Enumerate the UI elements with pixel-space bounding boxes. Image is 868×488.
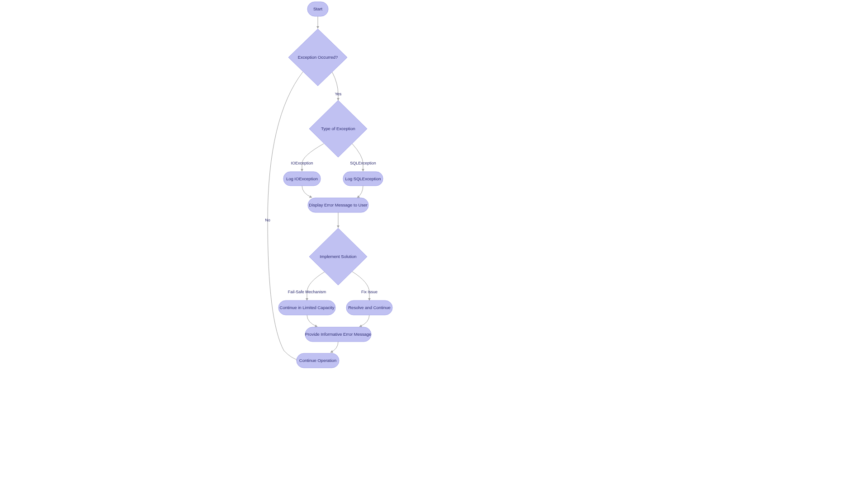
node-exception: Exception Occurred? xyxy=(288,29,347,86)
edge-limited-informative xyxy=(307,315,317,327)
edge-implement-limited xyxy=(307,272,325,300)
flowchart-diagram: Yes No IOException SQLException Fail-Saf… xyxy=(0,0,868,488)
node-display: Display Error Message to User xyxy=(308,198,368,212)
node-display-label: Display Error Message to User xyxy=(309,202,367,207)
node-informative-label: Provide Informative Error Message xyxy=(305,332,372,337)
edge-type-io xyxy=(302,144,324,171)
edge-exception-continue xyxy=(268,72,303,360)
edge-label-no: No xyxy=(265,218,270,222)
node-start-label: Start xyxy=(313,6,322,11)
edge-logsql-display xyxy=(357,186,363,198)
node-exception-label: Exception Occurred? xyxy=(298,55,338,60)
node-implement-label: Implement Solution xyxy=(320,254,356,259)
edge-label-fix: Fix Issue xyxy=(361,290,377,294)
node-informative: Provide Informative Error Message xyxy=(305,327,372,342)
node-logio-label: Log IOException xyxy=(286,176,318,181)
node-continue-label: Continue Operation xyxy=(299,358,336,363)
node-logsql: Log SQLException xyxy=(343,172,383,186)
edge-type-sql xyxy=(352,144,363,171)
node-resolve-label: Resolve and Continue xyxy=(348,305,390,310)
node-continue: Continue Operation xyxy=(297,353,339,368)
node-type: Type of Exception xyxy=(309,100,367,157)
node-resolve: Resolve and Continue xyxy=(346,300,392,315)
node-type-label: Type of Exception xyxy=(321,126,355,131)
node-limited: Continue in Limited Capacity xyxy=(278,300,335,315)
node-logsql-label: Log SQLException xyxy=(345,176,381,181)
edge-label-sql: SQLException xyxy=(350,161,376,165)
node-start: Start xyxy=(307,2,328,16)
edge-label-yes: Yes xyxy=(335,92,342,96)
edge-informative-continue xyxy=(330,342,338,352)
edge-logio-display xyxy=(302,186,312,197)
edge-label-io: IOException xyxy=(291,161,313,165)
edge-implement-resolve xyxy=(352,272,369,300)
edge-resolve-informative xyxy=(359,315,369,327)
node-logio: Log IOException xyxy=(283,172,321,186)
node-limited-label: Continue in Limited Capacity xyxy=(280,305,335,310)
edge-label-failsafe: Fail-Safe Mechanism xyxy=(288,290,326,294)
